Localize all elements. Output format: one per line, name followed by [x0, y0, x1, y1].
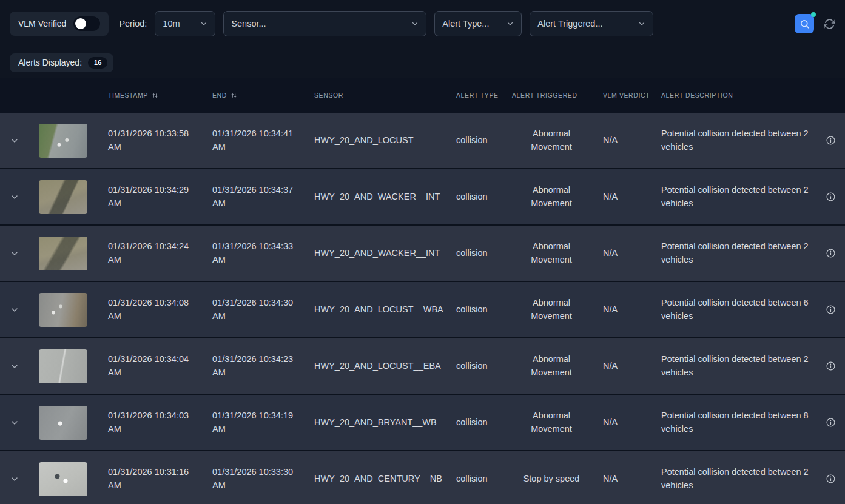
period-label: Period: — [119, 19, 147, 29]
vlm-verified-toggle[interactable] — [73, 16, 100, 31]
row-expand-button[interactable] — [0, 136, 29, 146]
search-button[interactable] — [795, 14, 814, 33]
sensor-select-value: Sensor... — [231, 19, 266, 29]
alert-description-cell: Potential collision detected between 2 v… — [651, 184, 816, 209]
row-info-button[interactable] — [816, 135, 845, 146]
row-info-button[interactable] — [816, 248, 845, 258]
camera-thumbnail[interactable] — [39, 124, 87, 158]
row-info-button[interactable] — [816, 361, 845, 371]
alert-type-cell: collision — [456, 247, 512, 260]
timestamp-cell: 01/31/2026 10:34:03 AM — [108, 409, 212, 435]
column-header-alert-triggered: Alert Triggered — [512, 90, 591, 100]
table-row: 01/31/2026 10:34:08 AM 01/31/2026 10:34:… — [0, 282, 845, 338]
chevron-down-icon — [638, 20, 645, 27]
thumbnail-cell — [29, 293, 108, 327]
column-header-timestamp[interactable]: Timestamp — [108, 90, 212, 100]
sensor-select[interactable]: Sensor... — [223, 11, 426, 36]
alert-description-cell: Potential collision detected between 2 v… — [651, 353, 816, 378]
row-expand-button[interactable] — [0, 249, 29, 258]
end-cell: 01/31/2026 10:34:19 AM — [212, 409, 314, 435]
toggle-knob-icon — [75, 18, 86, 29]
notification-dot — [811, 12, 816, 17]
vlm-verdict-cell: N/A — [591, 247, 651, 260]
alert-description-text: Potential collision detected between 2 v… — [661, 184, 814, 209]
table-row: 01/31/2026 10:34:03 AM 01/31/2026 10:34:… — [0, 395, 845, 451]
row-expand-button[interactable] — [0, 192, 29, 202]
row-expand-button[interactable] — [0, 474, 29, 484]
row-info-button[interactable] — [816, 417, 845, 428]
table-row: 01/31/2026 10:33:58 AM 01/31/2026 10:34:… — [0, 113, 845, 169]
search-icon — [800, 19, 810, 29]
thumbnail-cell — [29, 349, 108, 383]
alert-type-cell: collision — [456, 134, 512, 147]
alert-description-cell: Potential collision detected between 2 v… — [651, 240, 816, 266]
refresh-button[interactable] — [824, 18, 835, 30]
end-cell: 01/31/2026 10:34:33 AM — [212, 240, 314, 266]
column-header-vlm-verdict: VLM Verdict — [591, 90, 651, 100]
alert-triggered-cell: Abnormal Movement — [512, 240, 591, 266]
thumbnail-cell — [29, 124, 108, 158]
info-icon — [826, 417, 836, 428]
alert-description-text: Potential collision detected between 2 v… — [661, 353, 814, 378]
sensor-cell: HWY_20_AND_LOCUST__EBA — [314, 360, 456, 372]
alert-triggered-cell: Stop by speed — [512, 472, 591, 485]
alert-type-cell: collision — [456, 303, 512, 316]
sensor-cell: HWY_20_AND_WACKER__INT — [314, 190, 456, 203]
camera-thumbnail[interactable] — [39, 180, 87, 214]
table-row: 01/31/2026 10:34:04 AM 01/31/2026 10:34:… — [0, 338, 845, 395]
chevron-down-icon — [10, 418, 19, 428]
timestamp-cell: 01/31/2026 10:34:04 AM — [108, 353, 212, 378]
end-cell: 01/31/2026 10:34:41 AM — [212, 127, 314, 153]
camera-thumbnail[interactable] — [39, 293, 87, 327]
alert-type-cell: collision — [456, 472, 512, 485]
chevron-down-icon — [10, 474, 19, 484]
vlm-verdict-cell: N/A — [591, 303, 651, 316]
alert-type-cell: collision — [456, 360, 512, 372]
sensor-cell: HWY_20_AND_BRYANT__WB — [314, 416, 456, 429]
alert-triggered-cell: Abnormal Movement — [512, 297, 591, 322]
alert-type-select[interactable]: Alert Type... — [434, 11, 522, 36]
camera-thumbnail[interactable] — [39, 406, 87, 440]
row-expand-button[interactable] — [0, 418, 29, 428]
period-select-value: 10m — [163, 19, 180, 29]
chevron-down-icon — [10, 249, 19, 258]
row-info-button[interactable] — [816, 304, 845, 315]
chevron-down-icon — [200, 20, 207, 27]
chevron-down-icon — [10, 136, 19, 146]
row-expand-button[interactable] — [0, 305, 29, 315]
column-header-alert-description: Alert Description — [651, 90, 816, 100]
info-icon — [826, 361, 836, 371]
alert-triggered-cell: Abnormal Movement — [512, 409, 591, 435]
sort-icon[interactable] — [230, 92, 238, 99]
column-label: Timestamp — [108, 90, 148, 100]
row-info-button[interactable] — [816, 192, 845, 202]
sensor-cell: HWY_20_AND_LOCUST__WBA — [314, 303, 456, 316]
chevron-down-icon — [10, 361, 19, 371]
row-expand-button[interactable] — [0, 361, 29, 371]
column-header-alert-type: Alert Type — [456, 90, 512, 100]
sort-icon[interactable] — [151, 92, 159, 99]
alert-description-text: Potential collision detected between 2 v… — [661, 127, 814, 153]
alert-triggered-cell: Abnormal Movement — [512, 353, 591, 378]
alert-triggered-select[interactable]: Alert Triggered... — [530, 11, 653, 36]
camera-thumbnail[interactable] — [39, 237, 87, 270]
info-icon — [826, 474, 836, 484]
end-cell: 01/31/2026 10:33:30 AM — [212, 466, 314, 491]
thumbnail-cell — [29, 406, 108, 440]
thumbnail-cell — [29, 462, 108, 496]
alert-description-text: Potential collision detected between 6 v… — [661, 297, 814, 322]
alert-description-cell: Potential collision detected between 2 v… — [651, 127, 816, 153]
camera-thumbnail[interactable] — [39, 349, 87, 383]
row-info-button[interactable] — [816, 474, 845, 484]
topbar-actions — [795, 14, 835, 33]
table-body: 01/31/2026 10:33:58 AM 01/31/2026 10:34:… — [0, 113, 845, 504]
alert-triggered-cell: Abnormal Movement — [512, 127, 591, 153]
info-icon — [826, 135, 836, 146]
alert-description-cell: Potential collision detected between 8 v… — [651, 409, 816, 435]
timestamp-cell: 01/31/2026 10:31:16 AM — [108, 466, 212, 491]
camera-thumbnail[interactable] — [39, 462, 87, 496]
chevron-down-icon — [10, 305, 19, 315]
table-row: 01/31/2026 10:34:24 AM 01/31/2026 10:34:… — [0, 226, 845, 282]
period-select[interactable]: 10m — [155, 11, 215, 36]
column-header-end[interactable]: End — [212, 90, 314, 100]
